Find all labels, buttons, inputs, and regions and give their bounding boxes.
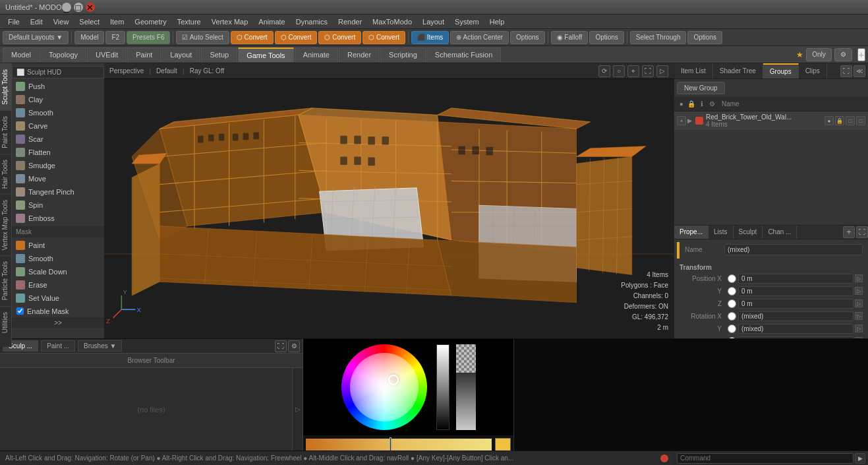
select-through-button[interactable]: Select Through [630, 31, 687, 44]
vtab-paint-tools[interactable]: Paint Tools [0, 110, 11, 154]
menu-layout[interactable]: Layout [417, 16, 449, 27]
options-button-3[interactable]: Options [687, 31, 722, 44]
menu-file[interactable]: File [3, 16, 25, 27]
tab-topology[interactable]: Topology [40, 47, 86, 62]
tab-paint[interactable]: Paint [127, 47, 161, 62]
color-wheel-container[interactable] [303, 339, 513, 435]
position-x-radio[interactable] [728, 274, 736, 283]
vtab-vertex-map-tools[interactable]: Vertex Map Tools [0, 194, 11, 256]
tool-carve[interactable]: Carve [12, 119, 104, 133]
options-button-2[interactable]: Options [589, 31, 623, 44]
tab-model[interactable]: Model [3, 47, 40, 62]
position-y-radio[interactable] [728, 287, 736, 295]
tool-tangent-pinch[interactable]: Tangent Pinch [12, 185, 104, 199]
group-item-red-brick[interactable]: + ▶ Red_Brick_Tower_Old_Wal... 4 Items ●… [674, 111, 868, 131]
tab-setup[interactable]: Setup [201, 47, 237, 62]
tool-emboss[interactable]: Emboss [12, 212, 104, 225]
action-center-button[interactable]: ⊕ Action Center [450, 31, 509, 44]
tool-set-value[interactable]: Set Value [12, 292, 104, 305]
tab-uvedit[interactable]: UVEdit [87, 47, 127, 62]
color-brightness-slider[interactable] [436, 344, 449, 430]
menu-item[interactable]: Item [105, 16, 129, 27]
tool-smooth[interactable]: Smooth [12, 106, 104, 119]
only-button[interactable]: Only [806, 48, 832, 61]
grp-btn-1[interactable]: ● [825, 116, 834, 125]
position-x-expand[interactable]: ▷ [855, 274, 863, 282]
rotation-x-radio[interactable] [728, 312, 736, 321]
close-button[interactable]: ✕ [86, 3, 95, 12]
menu-texture[interactable]: Texture [172, 16, 206, 27]
collapse-right-btn[interactable]: ≪ [854, 65, 865, 77]
position-z-expand[interactable]: ▷ [855, 299, 863, 307]
command-input[interactable] [677, 453, 854, 464]
tool-scar[interactable]: Scar [12, 133, 104, 146]
viewport-3d[interactable]: X Y Z 4 Items Polygons : Face Channels: … [104, 79, 674, 338]
vtab-sculpt-tools[interactable]: Sculpt Tools [0, 63, 11, 110]
tool-mask-smooth[interactable]: Smooth [12, 252, 104, 265]
menu-maxtomodo[interactable]: MaxToModo [367, 16, 417, 27]
rtab-groups[interactable]: Groups [763, 63, 799, 78]
add-tab-button[interactable]: + [857, 48, 865, 61]
new-group-button[interactable]: New Group [677, 82, 725, 94]
convert-button-1[interactable]: ⬡ Convert [231, 31, 274, 44]
vtab-utilities[interactable]: Utilities [0, 306, 11, 338]
grp-btn-3[interactable]: □ [846, 116, 855, 125]
tab-game-tools[interactable]: Game Tools [238, 47, 294, 62]
rtab-clips[interactable]: Clips [799, 63, 827, 78]
tool-move[interactable]: Move [12, 172, 104, 185]
menu-animate[interactable]: Animate [253, 16, 290, 27]
color-wheel[interactable] [341, 344, 427, 430]
grp-btn-2[interactable]: 🔒 [835, 116, 844, 125]
viewport-maximize-btn[interactable]: ▷ [656, 65, 668, 77]
items-button[interactable]: ⬛ Items [411, 31, 449, 44]
options-button-1[interactable]: Options [510, 31, 544, 44]
rbtab-sculpt[interactable]: Sculpt [734, 226, 763, 239]
presets-button[interactable]: Presets F6 [127, 31, 170, 44]
convert-button-2[interactable]: ⬡ Convert [275, 31, 318, 44]
position-z-radio[interactable] [728, 299, 736, 308]
bottom-tab-brushes[interactable]: Brushes ▼ [78, 340, 122, 352]
minimize-button[interactable]: _ [62, 3, 71, 12]
viewport-zoom-btn[interactable]: ⌖ [627, 65, 639, 77]
grp-btn-4[interactable]: □ [856, 116, 865, 125]
convert-button-4[interactable]: ⬡ Convert [362, 31, 405, 44]
viewport-expand-btn[interactable]: ⛶ [642, 65, 654, 77]
tab-layout[interactable]: Layout [161, 47, 200, 62]
tool-erase[interactable]: Erase [12, 278, 104, 292]
default-layouts-button[interactable]: Default Layouts ▼ [3, 31, 69, 44]
expand-right-btn[interactable]: ⛶ [840, 65, 852, 77]
color-picker-handle[interactable] [388, 375, 399, 385]
menu-edit[interactable]: Edit [25, 16, 48, 27]
rtab-shader-tree[interactable]: Shader Tree [713, 63, 763, 78]
auto-select-button[interactable]: ☑ Auto Select [176, 31, 229, 44]
add-panel-btn[interactable]: + [843, 226, 855, 238]
model-tab[interactable]: Model [74, 31, 104, 44]
viewport-rotate-btn[interactable]: ⟳ [598, 65, 610, 77]
menu-help[interactable]: Help [484, 16, 510, 27]
maximize-button[interactable]: □ [74, 3, 83, 12]
rotation-y-radio[interactable] [728, 325, 736, 333]
rotation-x-expand[interactable]: ▷ [855, 312, 863, 320]
bottom-expand-btn[interactable]: ⛶ [275, 340, 287, 352]
menu-geometry[interactable]: Geometry [129, 16, 171, 27]
falloff-button[interactable]: ◉ Falloff [551, 31, 589, 44]
position-y-expand[interactable]: ▷ [855, 287, 863, 295]
tool-smudge[interactable]: Smudge [12, 159, 104, 172]
menu-select[interactable]: Select [74, 16, 105, 27]
collapse-panel-button[interactable]: >> [12, 317, 104, 328]
tab-animate[interactable]: Animate [295, 47, 338, 62]
vtab-hair-tools[interactable]: Hair Tools [0, 154, 11, 194]
f2-presets[interactable]: F2 [105, 31, 125, 44]
convert-button-3[interactable]: ⬡ Convert [318, 31, 361, 44]
settings-button[interactable]: ⚙ [834, 48, 852, 61]
menu-system[interactable]: System [449, 16, 484, 27]
enable-mask-toggle[interactable]: Enable Mask [12, 305, 104, 317]
tab-schematic-fusion[interactable]: Schematic Fusion [426, 47, 501, 62]
enable-mask-checkbox[interactable] [16, 307, 23, 314]
menu-vertex-map[interactable]: Vertex Map [206, 16, 254, 27]
tool-flatten[interactable]: Flatten [12, 146, 104, 159]
menu-view[interactable]: View [48, 16, 74, 27]
tab-scripting[interactable]: Scripting [380, 47, 426, 62]
tool-push[interactable]: Push [12, 80, 104, 93]
rbtab-lists[interactable]: Lists [709, 226, 734, 239]
